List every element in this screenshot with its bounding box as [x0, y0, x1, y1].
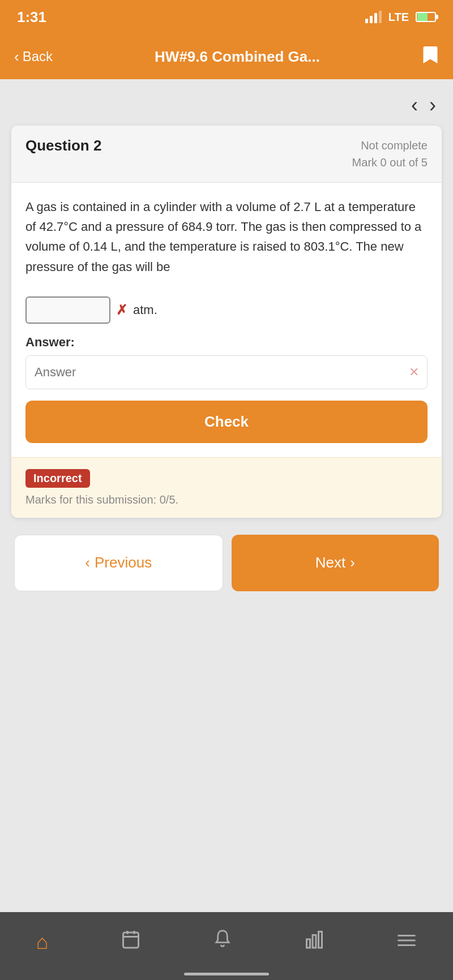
- question-body: A gas is contained in a cylinder with a …: [11, 183, 442, 457]
- signal-icon: [365, 11, 382, 23]
- battery-icon: [416, 12, 436, 22]
- bookmark-icon[interactable]: [422, 45, 439, 69]
- nav-buttons: ‹ Previous Next ›: [11, 535, 442, 591]
- tab-notifications[interactable]: [213, 929, 232, 955]
- incorrect-banner: Incorrect Marks for this submission: 0/5…: [11, 457, 442, 518]
- svg-rect-5: [313, 935, 316, 948]
- tab-home[interactable]: ⌂: [36, 930, 49, 954]
- content-area: ‹ › Question 2 Not complete Mark 0 out o…: [0, 79, 453, 911]
- incorrect-message: Marks for this submission: 0/5.: [25, 493, 428, 506]
- answer-input-container: ✕: [25, 355, 428, 389]
- tab-calendar[interactable]: [121, 929, 141, 955]
- question-text: A gas is contained in a cylinder with a …: [25, 197, 428, 324]
- next-label: Next: [315, 554, 345, 571]
- back-chevron-icon: ‹: [14, 48, 19, 66]
- prev-chevron-icon: ‹: [85, 554, 90, 571]
- tab-stats[interactable]: [304, 929, 324, 955]
- status-time: 1:31: [17, 8, 46, 26]
- incorrect-x-icon: ✗: [116, 299, 127, 321]
- inline-answer-input[interactable]: [25, 296, 110, 324]
- lte-label: LTE: [388, 11, 409, 24]
- nav-title: HW#9.6 Combined Ga...: [155, 48, 320, 66]
- home-icon: ⌂: [36, 930, 49, 954]
- tab-menu[interactable]: [396, 930, 417, 954]
- svg-rect-0: [123, 932, 138, 948]
- svg-rect-4: [307, 939, 310, 948]
- status-icons: LTE: [365, 11, 436, 24]
- next-chevron-icon: ›: [350, 554, 355, 571]
- menu-icon: [396, 930, 417, 954]
- bell-icon: [213, 929, 232, 955]
- answer-input[interactable]: [25, 355, 428, 389]
- home-indicator: [184, 973, 269, 975]
- status-bar: 1:31 LTE: [0, 0, 453, 34]
- clear-icon[interactable]: ✕: [409, 365, 419, 380]
- status-line1: Not complete: [352, 137, 428, 154]
- tab-bar: ⌂: [0, 912, 453, 980]
- answer-label: Answer:: [25, 335, 428, 350]
- prev-label: Previous: [95, 554, 152, 571]
- check-button[interactable]: Check: [25, 401, 428, 443]
- incorrect-badge: Incorrect: [25, 469, 90, 488]
- back-button[interactable]: ‹ Back: [14, 48, 53, 66]
- next-arrow-button[interactable]: ›: [429, 93, 436, 117]
- inline-answer-area: ✗ atm.: [25, 296, 157, 324]
- nav-arrows: ‹ ›: [11, 88, 442, 126]
- svg-rect-6: [319, 932, 322, 948]
- question-header: Question 2 Not complete Mark 0 out of 5: [11, 126, 442, 183]
- status-line2: Mark 0 out of 5: [352, 154, 428, 171]
- chart-icon: [304, 929, 324, 955]
- nav-bar: ‹ Back HW#9.6 Combined Ga...: [0, 34, 453, 79]
- question-card: Question 2 Not complete Mark 0 out of 5 …: [11, 126, 442, 518]
- question-status: Not complete Mark 0 out of 5: [352, 137, 428, 171]
- question-title: Question 2: [25, 137, 101, 154]
- atm-unit: atm.: [133, 300, 157, 320]
- prev-arrow-button[interactable]: ‹: [411, 93, 418, 117]
- next-button[interactable]: Next ›: [232, 535, 439, 591]
- calendar-icon: [121, 929, 141, 955]
- back-label: Back: [23, 49, 53, 65]
- previous-button[interactable]: ‹ Previous: [14, 535, 223, 591]
